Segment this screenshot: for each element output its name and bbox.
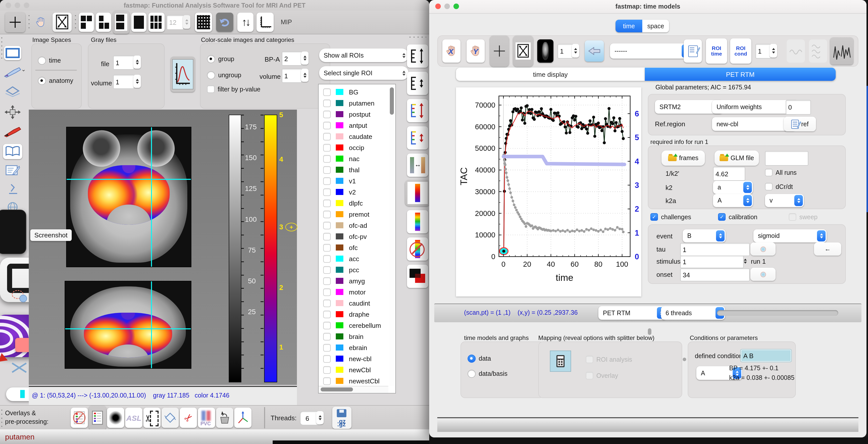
chevron-down-icon[interactable]: ⌄ xyxy=(21,66,26,73)
roi-checkbox[interactable] xyxy=(323,366,331,374)
roi-checkbox[interactable] xyxy=(323,288,331,296)
roi-row[interactable]: postput xyxy=(319,109,388,120)
roi-checkbox[interactable] xyxy=(323,132,331,140)
overlay-list-button[interactable] xyxy=(89,406,106,430)
overlay-blend-button[interactable] xyxy=(407,265,428,288)
radio-anatomy[interactable]: anatomy xyxy=(38,77,73,85)
roi-row[interactable]: ofc xyxy=(319,242,388,253)
pvc-button[interactable]: PVC xyxy=(198,408,215,428)
defined-conditions-field[interactable]: A B xyxy=(741,350,791,362)
red-paint-tool[interactable] xyxy=(3,125,22,139)
gray-colorbar[interactable] xyxy=(229,115,241,382)
roi-checkbox[interactable] xyxy=(323,121,331,129)
paint-tool[interactable] xyxy=(3,65,22,79)
roi-vscrollbar[interactable] xyxy=(389,85,394,386)
flip-x-button[interactable]: X xyxy=(442,39,461,63)
roi-checkbox[interactable] xyxy=(323,99,331,107)
save-gz-button[interactable]: .gz .gz xyxy=(332,407,351,429)
file-field[interactable]: 1 xyxy=(113,56,134,70)
axes-3d-button[interactable] xyxy=(234,408,251,428)
roi-row[interactable]: acc xyxy=(319,253,388,264)
cut-roi-button[interactable]: ✂ xyxy=(180,408,197,428)
fit-disabled-button[interactable] xyxy=(787,39,805,63)
move-tool[interactable] xyxy=(3,105,22,120)
tau-field[interactable]: 1 xyxy=(680,243,750,256)
asl-button[interactable]: ASL xyxy=(125,408,143,428)
roi-checkbox[interactable] xyxy=(323,277,331,285)
roi-checkbox[interactable] xyxy=(323,355,331,362)
roi-row[interactable]: amyg xyxy=(319,275,388,287)
roi-checkbox[interactable] xyxy=(323,177,331,185)
checkbox-sweep[interactable]: sweep xyxy=(789,213,817,221)
radio-data-basis[interactable]: data/basis xyxy=(468,370,507,378)
roi-list[interactable]: BGputamenpostputantputcaudateoccipnactha… xyxy=(318,84,396,393)
checkbox-all-runs[interactable]: All runs xyxy=(765,169,797,176)
mip-label[interactable]: MIP xyxy=(281,19,292,26)
color-range-full-button[interactable] xyxy=(407,99,428,122)
radio-group[interactable]: group xyxy=(207,55,234,63)
k2-dropdown[interactable]: a xyxy=(713,181,753,194)
roi-checkbox[interactable] xyxy=(323,233,331,240)
tab-time[interactable]: time xyxy=(616,20,642,32)
screenshot-thumbnail-overlay[interactable] xyxy=(0,210,26,254)
weights-dropdown[interactable]: Uniform weights xyxy=(712,100,798,114)
fit-curves-button[interactable] xyxy=(830,37,854,65)
roi-row[interactable]: antput xyxy=(319,120,388,131)
zoom-extent-button[interactable] xyxy=(513,35,533,67)
flip-updown-button[interactable]: ↑↓ xyxy=(237,12,253,32)
roi-row[interactable]: pcc xyxy=(319,264,388,275)
plane-tool[interactable] xyxy=(3,84,22,98)
roi-checkbox[interactable] xyxy=(323,210,331,218)
curve-shape-dropdown[interactable]: sigmoid xyxy=(753,229,827,242)
layout-grid-button[interactable] xyxy=(149,12,165,32)
heat-palette-button[interactable] xyxy=(405,180,429,206)
onset-field[interactable]: 34 xyxy=(680,268,750,282)
k2prime-field[interactable]: 4.62 xyxy=(713,167,745,181)
montage-count-field[interactable]: 12 xyxy=(167,15,184,30)
event-dropdown[interactable]: B xyxy=(683,229,725,242)
roi-cond-button[interactable]: ROIcond xyxy=(730,38,751,64)
volume-stepper[interactable] xyxy=(133,75,141,88)
no-overlay-button[interactable] xyxy=(71,408,88,428)
axial-slice-image[interactable] xyxy=(67,127,191,267)
checkbox-filter-pvalue[interactable]: filter by p-value xyxy=(207,85,260,93)
roi-checkbox[interactable] xyxy=(323,199,331,207)
crop-button[interactable]: ✂ xyxy=(144,408,161,428)
roi-checkbox[interactable] xyxy=(323,155,331,162)
image-viewport[interactable]: Screenshot 175 150 125 100 75 50 25 5 4 … xyxy=(29,110,297,385)
bpa-field[interactable]: 2 xyxy=(282,52,302,66)
roi-checkbox[interactable] xyxy=(323,221,331,229)
roi-row[interactable]: dlpfc xyxy=(319,198,388,209)
radio-data[interactable]: data xyxy=(468,355,491,363)
roi-checkbox[interactable] xyxy=(323,110,331,118)
roi-row[interactable]: ofc-ad xyxy=(319,220,388,231)
layout-single-button[interactable] xyxy=(131,12,147,32)
tab-space[interactable]: space xyxy=(642,20,669,32)
roi-row[interactable]: draphe xyxy=(319,308,388,320)
event-select-dropdown[interactable]: ------ xyxy=(610,43,691,59)
roi-row[interactable]: v2 xyxy=(319,186,388,198)
file-stepper[interactable] xyxy=(133,56,141,69)
splitter-handle[interactable] xyxy=(648,328,651,335)
roi-checkbox[interactable] xyxy=(323,344,331,351)
link-scales-button[interactable]: ↔ xyxy=(407,153,428,177)
radio-time[interactable]: time xyxy=(38,57,61,65)
roi-row[interactable]: occip xyxy=(319,142,388,153)
roi-checkbox[interactable] xyxy=(323,266,331,273)
roi-checkbox[interactable] xyxy=(323,144,331,151)
no-palette-button[interactable] xyxy=(407,237,428,261)
roi-row[interactable]: cerebellum xyxy=(319,320,388,331)
select-single-roi-dropdown[interactable]: Select single ROI xyxy=(319,66,408,80)
tac-plot[interactable]: 0100002000030000400005000060000700000123… xyxy=(456,87,641,296)
crosshair-mode-button[interactable] xyxy=(490,35,509,67)
montage-view-button[interactable] xyxy=(195,12,212,32)
left-titlebar[interactable]: fastmap: Functional Analysis Software To… xyxy=(0,0,429,11)
k2a-dropdown[interactable]: A xyxy=(713,194,753,207)
roi-row[interactable]: ebrain xyxy=(319,342,388,353)
tab-pet-rtm[interactable]: PET RTM xyxy=(645,68,836,81)
delete-tool[interactable] xyxy=(10,361,28,374)
histogram-button[interactable] xyxy=(171,57,195,92)
crosshair-tool-button[interactable] xyxy=(5,12,25,32)
checkbox-challenges[interactable]: ✓challenges xyxy=(650,213,691,221)
roi-time-button[interactable]: ROItime xyxy=(706,38,727,64)
